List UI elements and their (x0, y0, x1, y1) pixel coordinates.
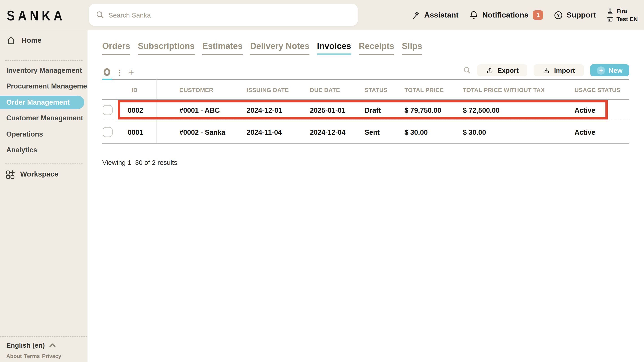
cell-status[interactable]: Sent (364, 128, 380, 136)
global-search[interactable] (89, 4, 358, 26)
sidebar-item-workspace[interactable]: Workspace (0, 167, 87, 182)
main-content: Orders Subscriptions Estimates Delivery … (88, 30, 644, 362)
column-header-total-price-without-tax: TOTAL PRICE WITHOUT TAX (463, 87, 545, 93)
cell-id[interactable]: 0001 (128, 128, 143, 136)
list-toolbar: ⋮ + Export Import (102, 65, 629, 80)
export-icon (486, 67, 493, 74)
tab-receipts[interactable]: Receipts (359, 41, 394, 55)
cell-total-price[interactable]: $ 30.00 (404, 128, 428, 136)
divider (6, 163, 82, 164)
sidebar-nav: Inventory Management Procurement Managem… (0, 62, 87, 158)
cell-usage-status[interactable]: Active (574, 128, 595, 136)
user-name: Fira (616, 8, 627, 14)
notifications-button[interactable]: Notifications 1 (469, 10, 543, 20)
export-label: Export (497, 67, 519, 74)
export-button[interactable]: Export (477, 64, 528, 76)
import-label: Import (554, 67, 575, 74)
search-icon (96, 11, 104, 19)
home-label: Home (22, 36, 42, 45)
add-view-icon[interactable]: + (128, 67, 134, 77)
support-label: Support (567, 11, 596, 20)
plus-icon: + (597, 66, 605, 74)
home-icon (6, 36, 16, 45)
toolbar-actions: Export Import + New (463, 64, 629, 76)
workspace-store-icon (606, 16, 613, 23)
header-actions: Assistant Notifications 1 ? Support (412, 0, 638, 30)
cell-total-price-without-tax[interactable]: $ 30.00 (463, 128, 486, 136)
column-header-status: STATUS (364, 87, 388, 93)
table-bottom-border (102, 143, 629, 144)
sidebar-item-procurement-management[interactable]: Procurement Management (0, 78, 87, 94)
tab-slips[interactable]: Slips (402, 41, 422, 55)
sidebar-item-operations[interactable]: Operations (0, 126, 87, 142)
search-input[interactable] (108, 11, 351, 19)
active-view-underline (102, 78, 112, 80)
column-header-total-price: TOTAL PRICE (404, 87, 444, 93)
workspace-label: Workspace (20, 170, 58, 178)
sidebar-footer: English (en) About Terms Privacy (0, 336, 87, 359)
language-selector[interactable]: English (en) (6, 341, 81, 349)
divider (6, 60, 82, 61)
workspace-name: Test EN (616, 16, 638, 23)
cell-due-date[interactable]: 2024-12-04 (310, 128, 346, 136)
cell-issuing-date[interactable]: 2024-11-04 (247, 128, 282, 136)
row-divider (102, 120, 629, 120)
import-icon (543, 67, 550, 74)
assistant-label: Assistant (424, 11, 458, 20)
cell-issuing-date[interactable]: 2024-12-01 (247, 106, 282, 114)
row-checkbox[interactable] (103, 127, 112, 137)
document-tabs: Orders Subscriptions Estimates Delivery … (102, 41, 422, 55)
svg-text:?: ? (557, 13, 560, 18)
sidebar: Home Inventory Management Procurement Ma… (0, 30, 88, 362)
about-link[interactable]: About (6, 353, 22, 359)
wand-icon (412, 11, 421, 20)
row-checkbox[interactable] (103, 105, 112, 115)
more-options-icon[interactable]: ⋮ (116, 69, 123, 76)
column-header-usage-status: USAGE STATUS (574, 87, 620, 93)
app-root: SANKA Assistant Notifications 1 (0, 0, 644, 362)
cell-due-date[interactable]: 2025-01-01 (310, 106, 346, 114)
tab-orders[interactable]: Orders (102, 41, 130, 55)
column-header-issuing-date: ISSUING DATE (247, 87, 289, 93)
terms-link[interactable]: Terms (24, 353, 40, 359)
tab-subscriptions[interactable]: Subscriptions (138, 41, 195, 55)
cell-status[interactable]: Draft (364, 106, 381, 114)
sidebar-item-order-management[interactable]: Order Management (0, 96, 84, 109)
view-tab-icon[interactable] (104, 68, 110, 76)
user-menu[interactable]: Fira Test EN (606, 8, 638, 23)
table-search-icon[interactable] (463, 67, 471, 74)
sidebar-item-home[interactable]: Home (0, 33, 87, 48)
cell-id[interactable]: 0002 (128, 106, 143, 114)
import-button[interactable]: Import (534, 64, 584, 76)
table-top-border (102, 99, 629, 100)
help-icon: ? (554, 11, 563, 20)
notifications-label: Notifications (482, 11, 528, 20)
user-icon (606, 8, 613, 14)
tab-estimates[interactable]: Estimates (202, 41, 242, 55)
top-bar: SANKA Assistant Notifications 1 (0, 0, 644, 30)
cell-total-price[interactable]: $ 79,750.00 (404, 106, 441, 114)
privacy-link[interactable]: Privacy (42, 353, 61, 359)
chevron-up-icon (49, 343, 56, 347)
sidebar-item-inventory-management[interactable]: Inventory Management (0, 62, 87, 78)
footer-links: About Terms Privacy (6, 353, 81, 359)
language-label: English (en) (6, 341, 45, 349)
bell-icon (469, 10, 479, 20)
cell-customer[interactable]: #0002 - Sanka (180, 128, 225, 136)
notifications-badge: 1 (533, 10, 543, 20)
support-button[interactable]: ? Support (554, 11, 596, 20)
column-header-due-date: DUE DATE (310, 87, 340, 93)
column-header-customer: CUSTOMER (180, 87, 214, 93)
cell-total-price-without-tax[interactable]: $ 72,500.00 (463, 106, 500, 114)
sidebar-item-analytics[interactable]: Analytics (0, 142, 87, 158)
workspace-grid-icon (6, 169, 15, 179)
column-header-id: ID (132, 87, 138, 93)
tab-delivery-notes[interactable]: Delivery Notes (250, 41, 310, 55)
cell-customer[interactable]: #0001 - ABC (180, 106, 220, 114)
assistant-button[interactable]: Assistant (412, 11, 458, 20)
tab-invoices[interactable]: Invoices (317, 41, 351, 55)
cell-usage-status[interactable]: Active (574, 106, 595, 114)
new-button[interactable]: + New (590, 64, 629, 76)
new-label: New (608, 67, 622, 74)
sidebar-item-customer-management[interactable]: Customer Management (0, 110, 87, 126)
